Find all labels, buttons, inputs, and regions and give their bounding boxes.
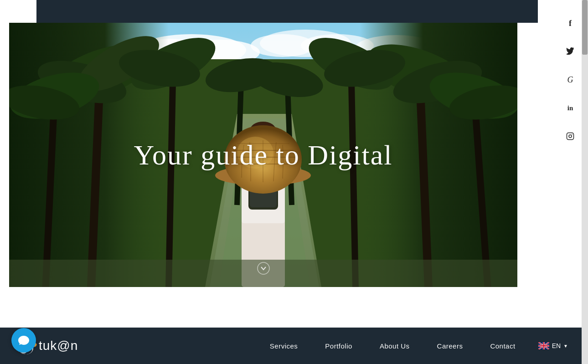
nav-link-portfolio[interactable]: Portfolio — [311, 342, 366, 350]
language-selector[interactable]: EN ▼ — [538, 342, 568, 349]
bottom-nav: tuk@n Services Portfolio About Us Career… — [0, 328, 582, 364]
hero-section: Your guide to Digital — [9, 23, 517, 287]
logo-text: tuk@n — [39, 338, 78, 353]
scrollbar[interactable] — [582, 0, 588, 364]
nav-link-services[interactable]: Services — [256, 342, 312, 350]
svg-point-1 — [569, 135, 572, 138]
svg-point-2 — [572, 134, 573, 135]
top-bar — [36, 0, 538, 23]
svg-line-38 — [351, 59, 356, 287]
instagram-icon[interactable] — [561, 127, 579, 145]
hero-headline: Your guide to Digital — [134, 139, 393, 171]
dropdown-arrow-icon[interactable]: ▼ — [563, 343, 568, 349]
chat-icon — [18, 335, 30, 345]
twitter-icon[interactable] — [561, 42, 579, 61]
svg-rect-0 — [567, 133, 574, 140]
nav-links: Services Portfolio About Us Careers Cont… — [256, 342, 529, 350]
scrollbar-thumb[interactable] — [582, 0, 588, 55]
facebook-icon[interactable]: f — [561, 14, 579, 32]
flag-icon — [538, 342, 549, 349]
scroll-indicator[interactable] — [257, 261, 270, 278]
svg-line-35 — [169, 59, 173, 287]
social-sidebar: f G in — [559, 0, 582, 159]
nav-link-contact[interactable]: Contact — [476, 342, 529, 350]
chat-bubble-button[interactable] — [11, 328, 36, 353]
nav-link-careers[interactable]: Careers — [423, 342, 477, 350]
svg-point-59 — [258, 262, 269, 274]
nav-link-about[interactable]: About Us — [366, 342, 423, 350]
main-content: f G in — [0, 0, 582, 364]
linkedin-icon[interactable]: in — [561, 99, 579, 117]
hero-text-container: Your guide to Digital — [134, 139, 393, 171]
google-icon[interactable]: G — [561, 71, 579, 89]
language-code: EN — [552, 342, 561, 349]
